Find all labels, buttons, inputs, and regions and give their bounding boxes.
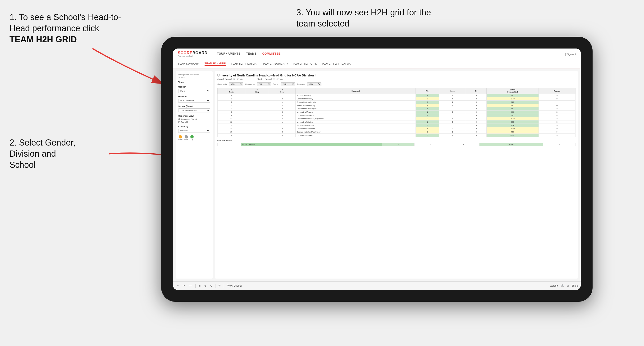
cell-rounds: 3 — [538, 121, 575, 124]
radio-dot-played — [178, 118, 180, 120]
toolbar-grid-icon[interactable]: ⊞ — [567, 285, 569, 287]
filter-opponents-select[interactable]: (All) — [229, 82, 243, 86]
cell-opponent: University of Florida — [296, 134, 416, 137]
cell-tie: 0 — [466, 97, 486, 101]
toolbar-back[interactable]: ⟵ — [188, 284, 194, 288]
cell-win: 0 — [416, 97, 439, 101]
subnav-team-summary[interactable]: TEAM SUMMARY — [178, 62, 200, 66]
gender-select[interactable]: Men's — [178, 89, 210, 93]
cell-rank: 15 — [218, 130, 245, 134]
filter-region-select[interactable]: (All) — [281, 82, 295, 86]
toolbar-redo[interactable]: ↪ — [182, 284, 186, 288]
cell-reg — [245, 107, 269, 111]
table-row: 14 2 University of Oklahoma 1 2 0 -1.00 … — [218, 127, 576, 130]
toolbar-view[interactable]: View: Original — [227, 285, 242, 287]
cell-rank: 13 — [218, 124, 245, 127]
subnav-player-h2h-heatmap[interactable]: PLAYER H2H HEATMAP — [322, 62, 352, 66]
col-rounds: Rounds — [538, 88, 575, 94]
cell-conf: 1 — [269, 94, 296, 97]
toolbar-sep3 — [224, 284, 224, 288]
filter-conf-select[interactable]: (All) — [257, 82, 271, 86]
cell-opponent: Vanderbilt University — [296, 97, 416, 101]
cell-reg — [245, 101, 269, 104]
cell-opponent: Florida State University — [296, 104, 416, 107]
cell-diff: -4.33 — [486, 117, 538, 121]
legend-level-label: Level — [184, 139, 188, 141]
col-win: Win — [416, 88, 439, 94]
toolbar-right: Watch ▾ 💬 ⊞ Share — [550, 285, 578, 287]
legend-down-circle — [179, 135, 182, 139]
color-legend: Down Level Up — [178, 135, 210, 141]
cell-loss: 2 — [439, 104, 466, 107]
right-panel: University of North Carolina Head-to-Hea… — [215, 71, 578, 279]
toolbar-comment[interactable]: 💬 — [561, 285, 564, 287]
cell-opponent: University of Virginia — [296, 121, 416, 124]
colour-by-select[interactable]: Win/loss — [178, 129, 210, 133]
toolbar: ↩ ↪ ⟵ ⊞ ⊕ ⊖ ⏱ View: Original Watch ▾ 💬 ⊞… — [173, 281, 581, 290]
cell-loss: 1 — [439, 101, 466, 104]
cell-win: 0 — [416, 117, 439, 121]
cell-rounds: 9 — [538, 124, 575, 127]
team-section: Team — [178, 81, 210, 83]
cell-win: 1 — [416, 104, 439, 107]
toolbar-share[interactable]: Share — [572, 285, 578, 287]
step1-text: 1. To see a School's Head-to-Head perfor… — [10, 12, 121, 33]
filter-opponent-select[interactable]: (All) — [307, 82, 322, 86]
toolbar-crop[interactable]: ⊞ — [198, 284, 202, 288]
cell-win: 0 — [416, 130, 439, 134]
step3-text: 3. You will now see H2H grid for the tea… — [296, 7, 431, 28]
nav-links: TOURNAMENTS TEAMS COMMITTEE — [217, 52, 281, 56]
cell-opponent: Auburn University — [296, 94, 416, 97]
table-row: 6 2 Florida State University 1 2 0 1.83 … — [218, 104, 576, 107]
radio-opponents-played[interactable]: Opponents Played — [178, 118, 210, 120]
cell-reg — [245, 124, 269, 127]
cell-tie: 0 — [466, 121, 486, 124]
opponent-view-label: Opponent View — [178, 115, 210, 117]
opponent-view-section: Opponent View Opponents Played Top 100 — [178, 115, 210, 123]
school-select[interactable]: 1. University of Nort... — [178, 108, 210, 112]
cell-opponent: University of Arizona — [296, 111, 416, 114]
filter-conf-label: Conference — [245, 83, 255, 85]
cell-opponent: University of Washington — [296, 107, 416, 111]
subnav-player-h2h-grid[interactable]: PLAYER H2H GRID — [293, 62, 318, 66]
cell-tie: 0 — [466, 94, 486, 97]
cell-win: 1 — [416, 127, 439, 130]
radio-top100[interactable]: Top 100 — [178, 121, 210, 123]
cell-loss: 1 — [439, 117, 466, 121]
nav-teams[interactable]: TEAMS — [246, 52, 257, 56]
division-select[interactable]: NCAA Division I — [178, 99, 210, 103]
cell-conf: 1 — [269, 124, 296, 127]
subnav-team-h2h-heatmap[interactable]: TEAM H2H HEATMAP — [231, 62, 258, 66]
school-section: School (Rank) 1. University of Nort... — [178, 105, 210, 112]
opponents-played-label: Opponents Played — [181, 118, 197, 120]
toolbar-minus[interactable]: ⊖ — [209, 284, 213, 288]
cell-reg — [245, 127, 269, 130]
nav-tournaments[interactable]: TOURNAMENTS — [217, 52, 240, 56]
nav-committee[interactable]: COMMITTEE — [262, 52, 281, 56]
table-row: 16 3 University of Florida 3 1 0 -6.42 9 — [218, 134, 576, 137]
subnav-player-summary[interactable]: PLAYER SUMMARY — [263, 62, 288, 66]
cell-tie: 0 — [466, 130, 486, 134]
table-row: 2 1 Auburn University 2 1 0 1.67 9 — [218, 94, 576, 97]
toolbar-watch[interactable]: Watch ▾ — [550, 285, 558, 287]
toolbar-sep1 — [195, 284, 196, 288]
cell-win: 1 — [416, 111, 439, 114]
table-row: 4 1 Arizona State University 5 1 0 2.29 — [218, 101, 576, 104]
last-updated: Last Updated: 27/03/2024 16:55:38 — [178, 74, 210, 79]
toolbar-add[interactable]: ⊕ — [203, 284, 208, 288]
subnav-team-h2h-grid[interactable]: TEAM H2H GRID — [204, 62, 226, 66]
sign-out[interactable]: | Sign out — [565, 53, 576, 56]
cell-conf: 6 — [269, 117, 296, 121]
cell-conf: 1 — [269, 121, 296, 124]
cell-rounds: 9 — [538, 130, 575, 134]
cell-win: 3 — [416, 124, 439, 127]
h2h-table: #Rank #Reg #Conf Opponent Win Loss Tie D… — [217, 88, 576, 137]
radio-group: Opponents Played Top 100 — [178, 118, 210, 123]
toolbar-undo[interactable]: ↩ — [176, 284, 180, 288]
cell-conf: 5 — [269, 114, 296, 117]
cell-rounds — [538, 101, 575, 104]
toolbar-clock[interactable]: ⏱ — [217, 284, 222, 288]
table-body: 2 1 Auburn University 2 1 0 1.67 9 3 2 V… — [218, 94, 576, 137]
logo-sub: Powered by clippi — [178, 55, 208, 57]
step1-bold: TEAM H2H GRID — [10, 34, 77, 44]
